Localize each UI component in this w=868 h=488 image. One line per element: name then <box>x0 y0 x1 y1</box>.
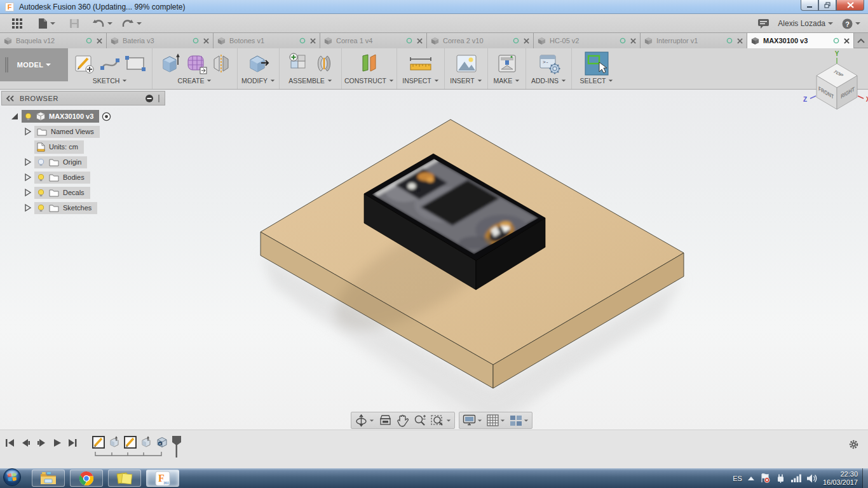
step-forward-button[interactable] <box>37 438 46 447</box>
viewport-3d[interactable]: BROWSER MAX30100 v3 Named Views <box>0 90 868 430</box>
timeline-playhead[interactable] <box>172 436 182 458</box>
collapsed-arrow-icon[interactable] <box>23 203 32 212</box>
app-grid-button[interactable] <box>11 18 23 29</box>
scripts-addins-icon[interactable]: >- <box>538 53 560 74</box>
show-desktop-button[interactable] <box>862 468 868 488</box>
workspace-selector[interactable]: MODEL <box>0 48 68 81</box>
volume-icon[interactable] <box>807 474 817 483</box>
tab-correa2[interactable]: Correa 2 v10 <box>427 33 534 48</box>
tab-botones[interactable]: Botones v1 <box>214 33 320 48</box>
collapsed-arrow-icon[interactable] <box>23 127 32 136</box>
restore-button[interactable] <box>818 0 836 11</box>
browser-row-root[interactable]: MAX30100 v3 <box>0 109 170 124</box>
create-menu[interactable]: CREATE <box>178 77 212 85</box>
tab-baquela[interactable]: Baquela v12 <box>0 33 107 48</box>
collapsed-arrow-icon[interactable] <box>23 188 32 197</box>
look-at-button[interactable] <box>379 414 392 426</box>
remove-display-icon[interactable] <box>145 94 154 103</box>
spline-icon[interactable] <box>99 54 121 73</box>
close-tab-icon[interactable] <box>524 38 529 44</box>
make-menu[interactable]: MAKE <box>494 77 520 85</box>
rectangle-sketch-icon[interactable] <box>125 55 146 72</box>
construct-menu[interactable]: CONSTRUCT <box>344 77 394 85</box>
collapsed-arrow-icon[interactable] <box>23 158 32 166</box>
assemble-menu[interactable]: ASSEMBLE <box>288 77 332 85</box>
timeline-extrude2-icon[interactable] <box>140 436 153 449</box>
clock[interactable]: 22:30 16/03/2017 <box>823 470 858 487</box>
sketch-menu[interactable]: SKETCH <box>93 77 128 85</box>
inspect-menu[interactable]: INSPECT <box>402 77 439 85</box>
browser-row-decals[interactable]: Decals <box>0 185 170 200</box>
view-cube[interactable]: Y Z X TOP FRONT RIGHT <box>791 50 868 121</box>
browser-row-origin[interactable]: Origin <box>0 154 170 170</box>
form-icon[interactable] <box>185 52 208 75</box>
new-component-icon[interactable] <box>288 52 311 75</box>
visibility-bulb-icon[interactable] <box>37 204 45 212</box>
go-to-start-button[interactable] <box>5 438 15 447</box>
tab-overflow-button[interactable] <box>854 33 868 48</box>
mirror-icon[interactable] <box>212 53 231 74</box>
joint-icon[interactable] <box>315 53 334 74</box>
close-tab-icon[interactable] <box>844 38 850 44</box>
collapsed-arrow-icon[interactable] <box>23 173 32 182</box>
undo-button[interactable] <box>92 19 112 28</box>
close-button[interactable] <box>836 0 864 11</box>
orbit-button[interactable] <box>355 414 374 427</box>
close-tab-icon[interactable] <box>737 38 743 44</box>
measure-icon[interactable] <box>408 53 433 74</box>
help-menu[interactable]: ? <box>842 18 860 29</box>
user-menu[interactable]: Alexis Lozada <box>778 19 833 28</box>
taskbar-chrome-button[interactable] <box>70 470 103 487</box>
browser-header[interactable]: BROWSER <box>1 91 165 105</box>
viewports-button[interactable] <box>510 415 529 426</box>
extrude-icon[interactable] <box>159 52 181 75</box>
construction-plane-icon[interactable] <box>358 52 381 75</box>
insert-menu[interactable]: INSERT <box>450 77 482 85</box>
close-tab-icon[interactable] <box>203 38 209 44</box>
start-button[interactable] <box>3 468 22 488</box>
file-menu-button[interactable] <box>38 18 55 29</box>
visibility-bulb-off-icon[interactable] <box>37 158 45 166</box>
language-indicator[interactable]: ES <box>733 475 742 482</box>
zoom-button[interactable] <box>413 414 426 427</box>
select-tool-icon[interactable] <box>585 51 609 76</box>
hidden-icons-button[interactable] <box>748 477 754 480</box>
visibility-bulb-icon[interactable] <box>24 112 32 121</box>
taskbar-sticky-notes-button[interactable] <box>108 470 141 487</box>
display-settings-button[interactable] <box>463 414 482 426</box>
modify-menu[interactable]: MODIFY <box>241 77 275 85</box>
tab-max30100-active[interactable]: MAX30100 v3 <box>747 33 854 48</box>
browser-row-units[interactable]: Units: cm <box>0 139 170 154</box>
timeline-sketch2-icon[interactable] <box>124 436 137 449</box>
tab-correa1[interactable]: Correa 1 v4 <box>320 33 427 48</box>
close-tab-icon[interactable] <box>97 38 102 44</box>
activate-component-icon[interactable] <box>102 112 111 121</box>
minimize-button[interactable] <box>801 0 818 11</box>
tab-bateria[interactable]: Bateria v3 <box>107 33 214 48</box>
press-pull-icon[interactable] <box>247 52 270 75</box>
close-tab-icon[interactable] <box>310 38 316 44</box>
step-back-button[interactable] <box>21 438 31 447</box>
go-to-end-button[interactable] <box>68 438 78 447</box>
collapse-panel-icon[interactable] <box>6 95 15 102</box>
timeline-extrude1-icon[interactable] <box>108 436 121 449</box>
taskbar-explorer-button[interactable] <box>32 470 65 487</box>
tab-interruptor[interactable]: Interruptor v1 <box>641 33 747 48</box>
timeline-settings-button[interactable] <box>848 439 859 452</box>
pan-button[interactable] <box>397 414 409 427</box>
select-menu[interactable]: SELECT <box>580 77 614 85</box>
close-tab-icon[interactable] <box>630 38 636 44</box>
create-sketch-icon[interactable] <box>74 53 95 74</box>
addins-menu[interactable]: ADD-INS <box>531 77 566 85</box>
save-button[interactable] <box>69 18 79 29</box>
redo-button[interactable] <box>121 19 142 28</box>
visibility-bulb-icon[interactable] <box>37 173 45 182</box>
panel-grip-icon[interactable] <box>157 94 161 103</box>
browser-row-sketches[interactable]: Sketches <box>0 200 170 215</box>
action-center-icon[interactable] <box>760 473 770 483</box>
play-button[interactable] <box>53 438 62 447</box>
taskbar-fusion360-button[interactable]: F 360 <box>146 470 179 487</box>
power-plug-icon[interactable] <box>776 473 785 483</box>
visibility-bulb-icon[interactable] <box>37 189 45 197</box>
fit-button[interactable] <box>431 414 451 427</box>
